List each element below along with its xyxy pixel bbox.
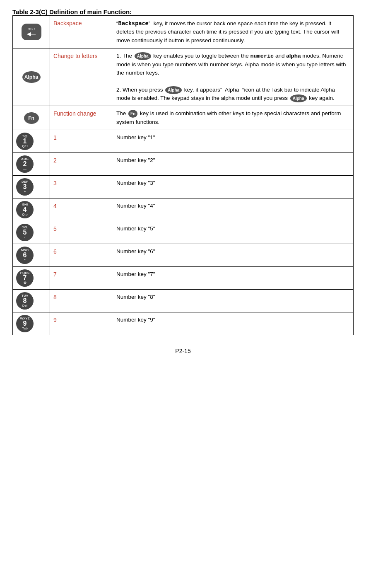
description-fn: The Fn key is used in combination with o… — [112, 106, 354, 130]
num6-name: 6 — [50, 244, 112, 266]
fn-key-icon: Fn — [24, 112, 39, 124]
num3-key-icon: DEF 3 + — [16, 178, 34, 196]
table-row: Fn Function change The Fn key is used in… — [13, 106, 354, 130]
num1-name: 1 — [50, 130, 112, 152]
table-row: GHI 4 Q.o 4 Number key "4" — [13, 198, 354, 221]
num9-desc: Number key "9" — [112, 312, 354, 335]
fn-desc-text: The Fn key is used in combination with o… — [116, 109, 349, 126]
table-row: PQRS 7 ✿ 7 Number key "7" — [13, 266, 354, 289]
function-name-backspace: Backspace — [50, 16, 112, 48]
icon-cell-9: WXYZ 9 Tab — [13, 312, 50, 335]
table-row: WXYZ 9 Tab 9 Number key "9" — [13, 312, 354, 335]
num7-name: 7 — [50, 266, 112, 289]
function-name-fn: Function change — [50, 106, 112, 130]
icon-cell-bs: BS ! ◀— — [13, 16, 50, 48]
num2-name: 2 — [50, 152, 112, 175]
table-row: :\@ 1 Q/□ 1 Number key "1" — [13, 130, 354, 152]
icon-cell-2: ABG 2 — — [13, 152, 50, 175]
num8-name: 8 — [50, 289, 112, 312]
table-row: JKL 5 / 5 Number key "5" — [13, 221, 354, 244]
icon-cell-3: DEF 3 + — [13, 175, 50, 198]
num6-desc: Number key "6" — [112, 244, 354, 266]
num6-key-icon: MNO 6 * — [16, 247, 34, 264]
num4-name: 4 — [50, 198, 112, 221]
num5-name: 5 — [50, 221, 112, 244]
num1-desc: Number key "1" — [112, 130, 354, 152]
num8-desc: Number key "8" — [112, 289, 354, 312]
num9-name: 9 — [50, 312, 112, 335]
icon-cell-fn: Fn — [13, 106, 50, 130]
num8-key-icon: TUV 8 Del — [16, 292, 34, 310]
alpha-desc-p2: 2. When you press Alpha key, it appears”… — [116, 86, 349, 103]
description-alpha: 1. The Alpha key enables you to toggle b… — [112, 48, 354, 106]
num9-key-icon: WXYZ 9 Tab — [16, 315, 34, 332]
num2-key-icon: ABG 2 — — [16, 155, 34, 173]
icon-cell-8: TUV 8 Del — [13, 289, 50, 312]
num5-desc: Number key "5" — [112, 221, 354, 244]
page-number: P2-15 — [175, 348, 190, 354]
icon-cell-4: GHI 4 Q.o — [13, 198, 50, 221]
table-row: BS ! ◀— Backspace “Backspace” key, it mo… — [13, 16, 354, 48]
num7-key-icon: PQRS 7 ✿ — [16, 269, 34, 287]
table-row: TUV 8 Del 8 Number key "8" — [13, 289, 354, 312]
icon-cell-alpha: Alpha — [13, 48, 50, 106]
alpha-icon-inline-3: Alpha — [290, 94, 307, 102]
function-name-alpha: Change to letters — [50, 48, 112, 106]
num3-desc: Number key "3" — [112, 175, 354, 198]
description-backspace: “Backspace” key, it moves the cursor bac… — [112, 16, 354, 48]
num5-key-icon: JKL 5 / — [16, 224, 34, 241]
icon-cell-1: :\@ 1 Q/□ — [13, 130, 50, 152]
icon-cell-7: PQRS 7 ✿ — [13, 266, 50, 289]
backspace-desc-text: “Backspace” key, it moves the cursor bac… — [116, 20, 339, 44]
alpha-icon-inline-2: Alpha — [165, 86, 182, 94]
table-row: MNO 6 * 6 Number key "6" — [13, 244, 354, 266]
fn-icon-inline: Fn — [128, 110, 137, 118]
num3-name: 3 — [50, 175, 112, 198]
table-row: ABG 2 — 2 Number key "2" — [13, 152, 354, 175]
num1-key-icon: :\@ 1 Q/□ — [16, 133, 34, 150]
num4-desc: Number key "4" — [112, 198, 354, 221]
num4-key-icon: GHI 4 Q.o — [16, 201, 34, 218]
main-table: BS ! ◀— Backspace “Backspace” key, it mo… — [12, 15, 354, 335]
bs-key-icon: BS ! ◀— — [22, 24, 41, 40]
num7-desc: Number key "7" — [112, 266, 354, 289]
alpha-desc-p1: 1. The Alpha key enables you to toggle b… — [116, 52, 349, 77]
table-row: DEF 3 + 3 Number key "3" — [13, 175, 354, 198]
table-title: Table 2-3(C) Definition of main Function… — [12, 8, 132, 15]
icon-cell-6: MNO 6 * — [13, 244, 50, 266]
icon-cell-5: JKL 5 / — [13, 221, 50, 244]
num2-desc: Number key "2" — [112, 152, 354, 175]
alpha-key-icon: Alpha — [22, 71, 41, 83]
table-row: Alpha Change to letters 1. The Alpha key… — [13, 48, 354, 106]
alpha-icon-inline-1: Alpha — [135, 52, 151, 60]
